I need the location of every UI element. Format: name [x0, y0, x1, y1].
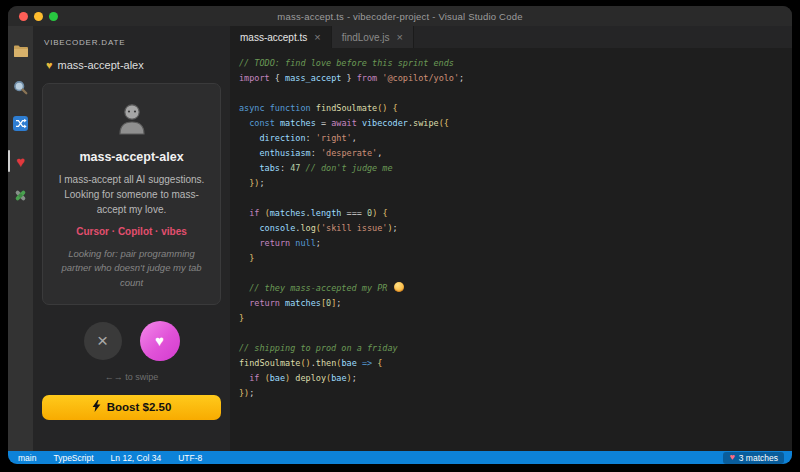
shuffle-icon: [13, 116, 28, 135]
boost-label: Boost $2.50: [107, 401, 172, 413]
matches-count: 3 matches: [739, 453, 778, 463]
tab-label: mass-accept.ts: [240, 32, 307, 43]
editor-group: mass-accept.ts × findLove.js × // TODO: …: [230, 26, 792, 451]
minimize-window-button[interactable]: [34, 12, 43, 21]
boost-button[interactable]: Boost $2.50: [42, 395, 221, 420]
sidebar: VIBECODER.DATE ♥ mass-accept-alex mass-a…: [33, 26, 230, 451]
status-right: ♥ 3 matches: [723, 452, 784, 464]
branch-indicator[interactable]: main: [18, 453, 36, 463]
profile-name: mass-accept-alex: [53, 150, 210, 164]
heart-icon: ♥: [155, 332, 164, 349]
avatar: [112, 100, 152, 140]
activity-shuffle[interactable]: [8, 107, 33, 143]
cursor-position[interactable]: Ln 12, Col 34: [111, 453, 162, 463]
tab-bar: mass-accept.ts × findLove.js ×: [230, 26, 792, 48]
profile-looking-for: Looking for: pair programming partner wh…: [57, 247, 206, 290]
window-title: mass-accept.ts - vibecoder-project - Vis…: [277, 11, 522, 22]
tab-findlove-js[interactable]: findLove.js ×: [332, 26, 414, 48]
heart-icon: ♥: [16, 154, 25, 169]
titlebar: mass-accept.ts - vibecoder-project - Vis…: [8, 6, 792, 26]
tree-item-profile[interactable]: ♥ mass-accept-alex: [42, 47, 221, 71]
maximize-window-button[interactable]: [49, 12, 58, 21]
close-window-button[interactable]: [19, 12, 28, 21]
puzzle-icon: [13, 188, 28, 207]
close-tab-icon[interactable]: ×: [314, 31, 320, 43]
language-indicator[interactable]: TypeScript: [53, 453, 93, 463]
activity-bar: ♥: [8, 26, 33, 451]
sidebar-title: VIBECODER.DATE: [42, 26, 221, 47]
matches-indicator[interactable]: ♥ 3 matches: [723, 452, 784, 464]
like-button[interactable]: ♥: [140, 321, 180, 361]
yellow-heart-icon: ♥: [46, 60, 53, 71]
close-tab-icon[interactable]: ×: [397, 31, 403, 43]
tree-item-label: mass-accept-alex: [58, 59, 144, 71]
search-icon: [13, 80, 28, 99]
folder-icon: [13, 44, 29, 62]
profile-card: mass-accept-alex I mass-accept all AI su…: [42, 83, 221, 305]
status-left: main TypeScript Ln 12, Col 34 UTF-8: [18, 453, 202, 463]
desktop-background: mass-accept.ts - vibecoder-project - Vis…: [0, 0, 800, 472]
swipe-buttons: × ♥: [42, 321, 221, 361]
traffic-lights: [19, 6, 58, 26]
profile-tags: Cursor · Copilot · vibes: [53, 226, 210, 237]
status-bar: main TypeScript Ln 12, Col 34 UTF-8 ♥ 3 …: [8, 451, 792, 464]
heart-icon: ♥: [729, 453, 734, 462]
profile-bio: I mass-accept all AI suggestions. Lookin…: [55, 172, 208, 217]
swipe-hint: ←→ to swipe: [42, 372, 221, 382]
activity-extensions[interactable]: [8, 179, 33, 215]
active-indicator: [8, 150, 10, 172]
activity-search[interactable]: [8, 71, 33, 107]
x-icon: ×: [97, 331, 108, 350]
tab-label: findLove.js: [342, 32, 390, 43]
activity-explorer[interactable]: [8, 35, 33, 71]
vscode-window: mass-accept.ts - vibecoder-project - Vis…: [8, 6, 792, 464]
tab-mass-accept-ts[interactable]: mass-accept.ts ×: [230, 26, 332, 48]
code-area[interactable]: // TODO: find love before this sprint en…: [230, 48, 792, 451]
encoding-indicator[interactable]: UTF-8: [178, 453, 202, 463]
pass-button[interactable]: ×: [84, 322, 122, 360]
activity-vibecoder[interactable]: ♥: [8, 143, 33, 179]
lightning-icon: [92, 400, 101, 414]
